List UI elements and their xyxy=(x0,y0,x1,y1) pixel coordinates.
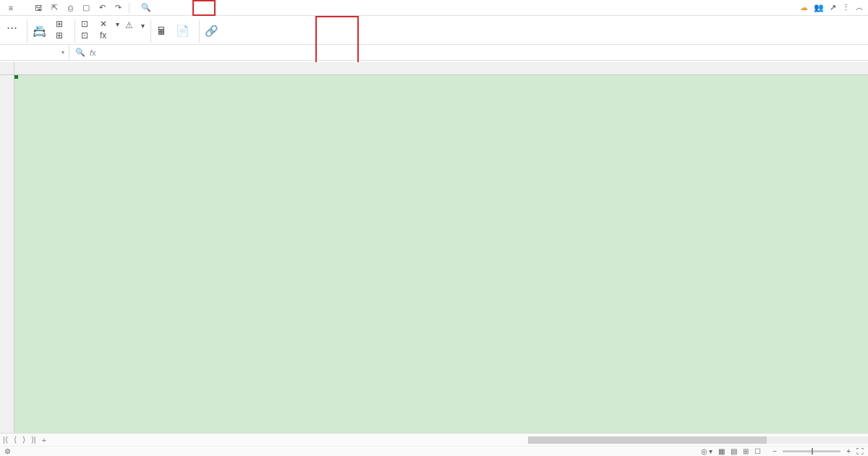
menu-bar: ≡ 🖫 ⇱ ⎙ ▢ ↶ ↷ 🔍 ☁ 👥 ↗ ⋮ ︿ xyxy=(0,0,868,16)
name-box[interactable] xyxy=(0,45,69,60)
view-normal-icon[interactable]: ▦ xyxy=(718,447,725,455)
calc-sheet-button[interactable]: 📄 xyxy=(174,17,192,45)
preview-icon[interactable]: ▢ xyxy=(80,1,93,14)
view-pagelayout-icon[interactable]: ▤ xyxy=(731,447,737,455)
ribbon-trace: ⊡ ⊡ xyxy=(78,17,97,42)
zoom-out-icon[interactable]: − xyxy=(773,447,777,455)
undo-icon[interactable]: ↶ xyxy=(95,1,109,14)
menu-file[interactable] xyxy=(20,7,29,9)
pending-changes[interactable]: ☁ xyxy=(800,3,808,12)
spreadsheet-grid xyxy=(0,62,868,433)
sheet-nav-last-icon[interactable]: ⟩| xyxy=(28,435,39,444)
ribbon-eval: ⚠▾ xyxy=(122,17,148,32)
view-reader-icon[interactable]: ☐ xyxy=(754,447,761,455)
search-hint[interactable]: 🔍 xyxy=(141,3,151,12)
more-icon[interactable]: ⋮ xyxy=(842,3,850,12)
fullscreen-icon[interactable]: ⛶ xyxy=(856,447,864,455)
row-headers xyxy=(0,75,14,433)
share-button[interactable]: ↗ xyxy=(830,3,836,12)
status-settings-icon[interactable]: ⚙ xyxy=(4,447,11,455)
ribbon-name-ops: ⊞ ⊞ xyxy=(53,17,72,42)
print-icon[interactable]: ⎙ xyxy=(64,1,77,14)
add-sheet-icon[interactable]: + xyxy=(39,436,49,444)
formula-bar: 🔍 fx xyxy=(0,45,868,61)
cooperate-button[interactable]: 👥 xyxy=(814,3,824,12)
name-manager-button[interactable]: 📇 xyxy=(30,17,48,45)
fx-search-icon[interactable]: 🔍 xyxy=(75,48,85,57)
sheet-nav-next-icon[interactable]: ⟩ xyxy=(20,435,28,444)
horizontal-scrollbar[interactable] xyxy=(528,436,868,444)
sheet-tab-bar: |⟨ ⟨ ⟩ ⟩| + xyxy=(0,433,868,446)
collapse-ribbon-icon[interactable]: ︿ xyxy=(856,2,864,13)
zoom-slider[interactable] xyxy=(783,450,841,452)
column-headers xyxy=(14,62,868,75)
sheet-nav-prev-icon[interactable]: ⟨ xyxy=(11,435,20,444)
cells-area[interactable] xyxy=(14,75,868,433)
selection-indicator xyxy=(14,75,17,78)
status-bar: ⚙ ◎ ▾ ▦ ▤ ⊞ ☐ − + ⛶ xyxy=(0,446,868,456)
sheet-nav-first-icon[interactable]: |⟨ xyxy=(0,435,11,444)
export-icon[interactable]: ⇱ xyxy=(48,1,61,14)
view-pagebreak-icon[interactable]: ⊞ xyxy=(743,447,749,455)
menu-icon[interactable]: ≡ xyxy=(4,1,17,14)
redo-icon[interactable]: ↷ xyxy=(111,1,124,14)
ribbon-more[interactable]: ⋯ xyxy=(4,17,20,45)
ribbon-arrows: ✕▾ fx xyxy=(97,17,122,42)
fx-icon[interactable]: fx xyxy=(90,48,96,57)
edit-links-button[interactable]: 🔗 xyxy=(203,17,221,45)
recalc-workbook-button[interactable]: 🖩 xyxy=(154,17,169,45)
zoom-in-icon[interactable]: + xyxy=(846,447,851,455)
save-icon[interactable]: 🖫 xyxy=(32,1,45,14)
select-all-corner[interactable] xyxy=(0,62,14,75)
menubar-right: ☁ 👥 ↗ ⋮ ︿ xyxy=(800,2,864,13)
ime-indicator[interactable]: ◎ ▾ xyxy=(701,447,713,455)
ribbon: ⋯ 📇 ⊞ ⊞ ⊡ ⊡ ✕▾ fx ⚠▾ 🖩 📄 🔗 xyxy=(0,16,868,45)
